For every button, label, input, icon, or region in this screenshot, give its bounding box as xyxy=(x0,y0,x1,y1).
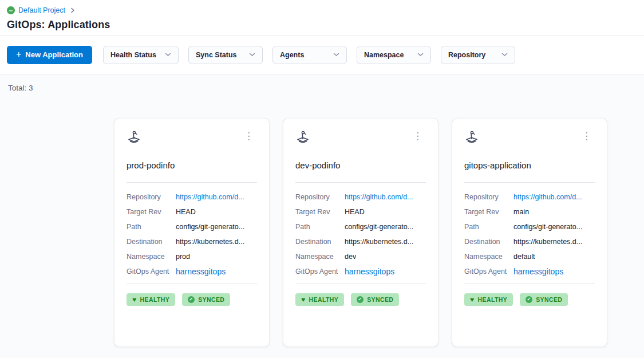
field-value: HEAD xyxy=(345,208,365,216)
field-path: Path configs/git-generato... xyxy=(464,219,595,234)
application-card[interactable]: ⋮ prod-podinfo Repository https://github… xyxy=(114,119,269,347)
field-target-rev: Target Rev HEAD xyxy=(127,204,257,219)
application-name: prod-podinfo xyxy=(127,160,257,170)
chevron-down-icon xyxy=(501,53,508,57)
badge-label: HEALTHY xyxy=(309,296,339,303)
field-namespace: Namespace dev xyxy=(295,249,426,264)
field-value: https://kubernetes.d... xyxy=(345,238,413,246)
field-label: Repository xyxy=(464,193,513,201)
field-label: Destination xyxy=(127,238,176,246)
divider xyxy=(127,284,257,284)
health-status-badge: ♥ HEALTHY xyxy=(127,293,175,306)
field-value: configs/git-generato... xyxy=(345,223,413,231)
field-value: configs/git-generato... xyxy=(513,223,582,231)
badge-label: HEALTHY xyxy=(478,296,508,303)
gitops-applications-page: ∞ Default Project GitOps: Applications +… xyxy=(0,0,644,358)
field-destination: Destination https://kubernetes.d... xyxy=(127,234,257,249)
sync-status-badge: ✓ SYNCED xyxy=(520,293,568,306)
field-label: Target Rev xyxy=(464,208,513,216)
breadcrumb: ∞ Default Project xyxy=(7,5,637,16)
field-repository: Repository https://github.com/d... xyxy=(464,190,595,204)
breadcrumb-project-link[interactable]: Default Project xyxy=(18,6,65,14)
gitops-agent-link[interactable]: harnessgitops xyxy=(513,267,563,276)
field-label: Repository xyxy=(127,193,176,201)
field-gitops-agent: GitOps Agent harnessgitops xyxy=(464,264,595,279)
applications-grid: ⋮ prod-podinfo Repository https://github… xyxy=(114,119,644,347)
field-label: GitOps Agent xyxy=(127,267,176,276)
repository-link[interactable]: https://github.com/d... xyxy=(345,193,413,201)
kebab-menu-icon[interactable]: ⋮ xyxy=(240,130,257,142)
field-value: configs/git-generato... xyxy=(176,223,244,231)
total-count: Total: 3 xyxy=(8,84,644,94)
gitops-agent-link[interactable]: harnessgitops xyxy=(345,267,394,276)
field-path: Path configs/git-generato... xyxy=(127,219,257,234)
application-name: dev-podinfo xyxy=(295,160,426,170)
field-repository: Repository https://github.com/d... xyxy=(295,190,426,204)
field-namespace: Namespace prod xyxy=(127,249,257,264)
filter-label: Sync Status xyxy=(196,51,237,59)
sync-status-badge: ✓ SYNCED xyxy=(351,293,399,306)
sync-status-badge: ✓ SYNCED xyxy=(182,293,230,306)
page-title: GitOps: Applications xyxy=(7,19,637,31)
field-target-rev: Target Rev HEAD xyxy=(295,204,426,219)
application-icon xyxy=(127,130,141,145)
filter-agents[interactable]: Agents xyxy=(272,46,347,64)
chevron-down-icon xyxy=(417,53,424,57)
field-destination: Destination https://kubernetes.d... xyxy=(464,234,595,249)
field-target-rev: Target Rev main xyxy=(464,204,595,219)
divider xyxy=(464,284,595,284)
filter-namespace[interactable]: Namespace xyxy=(357,46,431,64)
badge-label: SYNCED xyxy=(367,296,393,303)
filter-sync-status[interactable]: Sync Status xyxy=(188,46,263,64)
new-application-button[interactable]: + New Application xyxy=(7,46,92,64)
filter-label: Namespace xyxy=(364,51,404,59)
filter-repository[interactable]: Repository xyxy=(441,46,515,64)
status-badges: ♥ HEALTHY ✓ SYNCED xyxy=(464,293,595,306)
badge-label: SYNCED xyxy=(536,296,562,303)
gitops-agent-link[interactable]: harnessgitops xyxy=(176,267,226,276)
chevron-down-icon xyxy=(333,53,339,57)
kebab-menu-icon[interactable]: ⋮ xyxy=(578,130,595,142)
application-card[interactable]: ⋮ dev-podinfo Repository https://github.… xyxy=(283,119,438,347)
field-label: GitOps Agent xyxy=(295,267,345,276)
field-label: GitOps Agent xyxy=(464,267,513,276)
field-label: Destination xyxy=(295,238,345,246)
field-namespace: Namespace default xyxy=(464,249,595,264)
field-label: Namespace xyxy=(127,253,176,261)
chevron-down-icon xyxy=(249,53,255,57)
filter-health-status[interactable]: Health Status xyxy=(103,46,179,64)
field-gitops-agent: GitOps Agent harnessgitops xyxy=(295,264,426,279)
heart-icon: ♥ xyxy=(132,296,137,303)
filter-label: Repository xyxy=(448,51,485,59)
application-icon xyxy=(464,130,479,145)
field-label: Namespace xyxy=(295,253,345,261)
application-card[interactable]: ⋮ gitops-application Repository https://… xyxy=(452,119,607,347)
field-label: Path xyxy=(127,223,176,231)
filter-group: Health Status Sync Status Agents Namespa… xyxy=(103,46,515,64)
field-label: Path xyxy=(464,223,513,231)
heart-icon: ♥ xyxy=(301,296,306,303)
toolbar: + New Application Health Status Sync Sta… xyxy=(0,36,644,74)
repository-link[interactable]: https://github.com/d... xyxy=(513,193,582,201)
field-label: Target Rev xyxy=(127,208,176,216)
repository-link[interactable]: https://github.com/d... xyxy=(176,193,244,201)
divider xyxy=(127,182,257,183)
health-status-badge: ♥ HEALTHY xyxy=(295,293,344,306)
kebab-menu-icon[interactable]: ⋮ xyxy=(409,130,426,142)
field-value: https://kubernetes.d... xyxy=(513,238,582,246)
check-circle-icon: ✓ xyxy=(526,296,532,303)
filter-label: Health Status xyxy=(110,51,156,59)
page-header: ∞ Default Project GitOps: Applications xyxy=(0,0,644,36)
health-status-badge: ♥ HEALTHY xyxy=(464,293,513,306)
field-value: default xyxy=(513,253,535,261)
check-circle-icon: ✓ xyxy=(357,296,364,303)
plus-icon: + xyxy=(16,50,21,59)
field-label: Target Rev xyxy=(295,208,345,216)
filter-label: Agents xyxy=(280,51,304,59)
badge-label: HEALTHY xyxy=(140,296,170,303)
field-value: main xyxy=(513,208,529,216)
status-badges: ♥ HEALTHY ✓ SYNCED xyxy=(295,293,426,306)
field-label: Destination xyxy=(464,238,513,246)
check-circle-icon: ✓ xyxy=(188,296,195,303)
field-destination: Destination https://kubernetes.d... xyxy=(295,234,426,249)
